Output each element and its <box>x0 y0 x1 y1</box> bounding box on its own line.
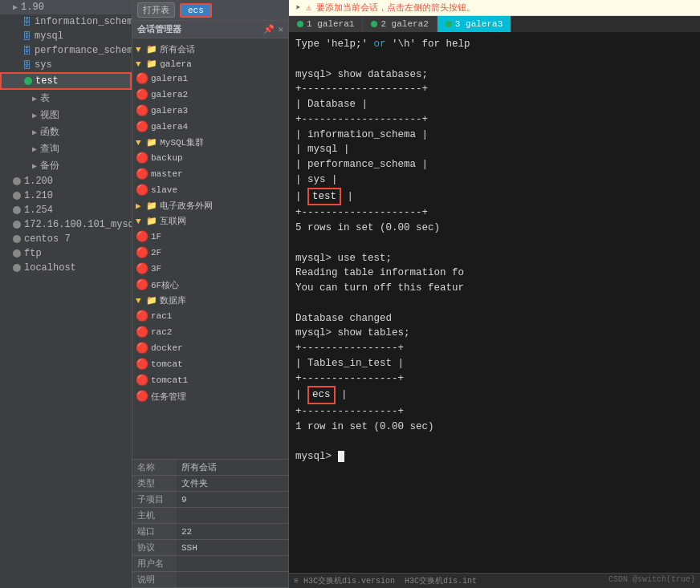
session-1f[interactable]: 🔴 1F <box>132 229 288 245</box>
shitu-label: 视图 <box>40 108 59 122</box>
tree-item-biao[interactable]: ▶ 表 <box>0 90 132 107</box>
server-icon: 🔴 <box>136 310 149 322</box>
tab-bar: 1 galera1 2 galera2 3 galera3 <box>289 16 700 32</box>
session-docker[interactable]: 🔴 docker <box>132 340 288 356</box>
tree-item-v190[interactable]: ▶ 1.90 <box>0 0 132 14</box>
session-galera1[interactable]: 🔴 galera1 <box>132 71 288 87</box>
tree-item-test[interactable]: test <box>0 72 132 90</box>
folder-icon: ▼ 📁 <box>136 59 157 69</box>
open-button[interactable]: 打开表 <box>137 2 175 18</box>
tab-galera2[interactable]: 2 galera2 <box>363 16 437 32</box>
terminal-line-1: Type 'help;' or '\h' for help <box>295 37 694 52</box>
slave-label: slave <box>151 185 177 195</box>
server-icon <box>13 177 21 185</box>
session-tomcat1[interactable]: 🔴 tomcat1 <box>132 372 288 388</box>
session-manager-header: 会话管理器 📌 ✕ <box>132 21 288 39</box>
terminal-line-show-db: mysql> show databases; <box>295 67 694 83</box>
v200-label: 1.200 <box>24 176 53 187</box>
info-value <box>177 508 288 524</box>
tree-item-v254[interactable]: 1.254 <box>0 203 132 217</box>
tree-item-v200[interactable]: 1.200 <box>0 174 132 189</box>
pin-icon[interactable]: 📌 <box>263 24 275 34</box>
server-icon: 🔴 <box>136 262 149 275</box>
v190-label: 1.90 <box>21 2 44 13</box>
session-slave[interactable]: 🔴 slave <box>132 182 288 198</box>
close-icon[interactable]: ✕ <box>278 24 283 34</box>
tab-galera3[interactable]: 3 galera3 <box>438 16 511 32</box>
terminal-line-sep6: +----------------+ <box>295 404 694 420</box>
info-key: 主机 <box>132 508 177 524</box>
info-row: 协议SSH <box>132 540 288 556</box>
test-highlight: test <box>307 188 341 206</box>
v210-label: 1.210 <box>24 190 53 201</box>
info-value: 所有会话 <box>177 460 288 476</box>
db-icon: 🗄 <box>22 17 31 27</box>
session-rac2[interactable]: 🔴 rac2 <box>132 324 288 340</box>
active-dot <box>24 77 32 85</box>
terminal-line-sep5: +----------------+ <box>295 371 694 387</box>
2f-label: 2F <box>151 248 161 258</box>
terminal-line-sys: | sys | <box>295 172 694 188</box>
terminal-line-is: | information_schema | <box>295 128 694 143</box>
mysql-cluster-label: MySQL集群 <box>160 136 204 148</box>
tree-item-hanshu[interactable]: ▶ 函数 <box>0 124 132 140</box>
tree-item-ftp[interactable]: ftp <box>0 246 132 261</box>
session-galera-group[interactable]: ▼ 📁 galera <box>132 57 288 71</box>
session-3f[interactable]: 🔴 3F <box>132 261 288 277</box>
db-icon: 🗄 <box>22 60 31 71</box>
tree-item-centos7[interactable]: centos 7 <box>0 232 132 246</box>
csdn-watermark: CSDN @switch(true) <box>608 575 695 586</box>
server-icon: 🔴 <box>136 374 149 387</box>
terminal-line-tables-header: | Tables_in_test | <box>295 356 694 371</box>
server-icon <box>13 235 21 243</box>
tab-galera1-label: 1 galera1 <box>307 19 354 29</box>
session-galera3[interactable]: 🔴 galera3 <box>132 103 288 119</box>
session-master[interactable]: 🔴 master <box>132 166 288 182</box>
server-icon: 🔴 <box>136 342 149 355</box>
session-all[interactable]: ▼ 📁 所有会话 <box>132 42 288 57</box>
info-value: 文件夹 <box>177 476 288 492</box>
session-rac1[interactable]: 🔴 rac1 <box>132 308 288 324</box>
server-icon: 🔴 <box>136 72 149 85</box>
terminal-line-sep4: +----------------+ <box>295 341 694 356</box>
tree-item-localhost[interactable]: localhost <box>0 261 132 275</box>
info-value <box>177 572 288 588</box>
session-dzzwww[interactable]: ▶ 📁 电子政务外网 <box>132 198 288 213</box>
info-key: 端口 <box>132 524 177 540</box>
tab-galera1[interactable]: 1 galera1 <box>289 16 363 32</box>
session-galera4[interactable]: 🔴 galera4 <box>132 119 288 135</box>
server-icon: 🔴 <box>136 152 149 164</box>
tree-item-perf-schema[interactable]: 🗄 performance_schema <box>0 43 132 58</box>
tree-item-v172[interactable]: 172.16.100.101_mysql <box>0 217 132 232</box>
session-6f[interactable]: 🔴 6F核心 <box>132 277 288 293</box>
tree-item-chaxun[interactable]: ▶ 查询 <box>0 140 132 157</box>
tree-item-v210[interactable]: 1.210 <box>0 189 132 203</box>
tree-item-beifen[interactable]: ▶ 备份 <box>0 157 132 174</box>
tree-item-mysql[interactable]: 🗄 mysql <box>0 29 132 43</box>
expand-arrow: ▶ <box>32 144 37 154</box>
galera3-label: galera3 <box>151 106 188 116</box>
mysql-label: mysql <box>35 30 63 42</box>
session-galera2[interactable]: 🔴 galera2 <box>132 87 288 103</box>
right-panel: ➤ ⚠ 要添加当前会话，点击左侧的箭头按钮。 1 galera1 2 galer… <box>289 0 700 588</box>
6f-label: 6F核心 <box>151 279 179 291</box>
expand-arrow: ▶ <box>32 94 37 103</box>
terminal-line-test: | test | <box>295 188 694 206</box>
session-mysql-cluster[interactable]: ▼ 📁 MySQL集群 <box>132 135 288 150</box>
session-tomcat[interactable]: 🔴 tomcat <box>132 356 288 372</box>
session-task-mgmt[interactable]: 🔴 任务管理 <box>132 388 288 404</box>
tree-item-shitu[interactable]: ▶ 视图 <box>0 107 132 124</box>
terminal-line-prompt[interactable]: mysql> <box>295 449 694 464</box>
session-backup[interactable]: 🔴 backup <box>132 150 288 166</box>
internet-label: 互联网 <box>160 215 186 227</box>
session-internet[interactable]: ▼ 📁 互联网 <box>132 213 288 229</box>
folder-icon: ▼ 📁 <box>136 44 157 55</box>
tree-item-sys[interactable]: 🗄 sys <box>0 58 132 72</box>
session-2f[interactable]: 🔴 2F <box>132 245 288 261</box>
session-all-label: 所有会话 <box>160 43 195 55</box>
session-database[interactable]: ▼ 📁 数据库 <box>132 293 288 308</box>
warn-text: 要添加当前会话，点击左侧的箭头按钮。 <box>316 3 475 13</box>
terminal-bottom-bar: ≡ H3C交换机dis.version H3C交换机dis.int CSDN @… <box>289 573 700 588</box>
tree-item-info-schema[interactable]: 🗄 information_schema <box>0 14 132 29</box>
info-value: SSH <box>177 540 288 556</box>
